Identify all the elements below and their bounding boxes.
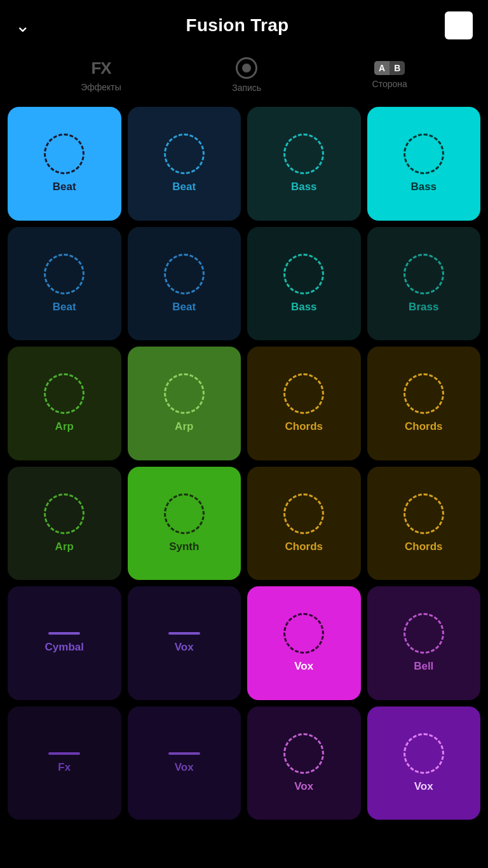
pad-label: Vox [414,780,433,793]
pad-label: Chords [405,420,443,433]
dashed-circle-icon [403,493,444,534]
pad-18[interactable]: Vox [128,586,241,700]
pad-13[interactable]: Arp [8,467,121,581]
toolbar-ab[interactable]: A B Сторона [372,61,407,89]
pad-3[interactable]: Bass [247,107,361,221]
fx-label: Эффекты [81,82,121,92]
pad-label: Vox [294,780,313,793]
pad-23[interactable]: Vox [247,706,361,820]
header: ⌄ Fusion Trap [0,0,488,46]
dashed-circle-icon [44,493,85,534]
dashed-circle-icon [164,134,205,174]
dashed-circle-icon [283,733,324,774]
ab-a: A [374,61,390,75]
pad-10[interactable]: Arp [128,347,241,460]
record-label: Запись [232,83,261,93]
pad-5[interactable]: Beat [8,227,121,341]
dash-line-icon [48,632,80,635]
dashed-circle-icon [283,613,324,654]
dashed-circle-icon [164,493,205,534]
dashed-circle-icon [283,254,324,294]
pad-label: Beat [53,181,76,193]
pad-label: Arp [55,541,74,553]
pad-label: Bass [410,181,437,193]
dashed-circle-icon [403,733,444,774]
dash-line-icon [48,752,80,755]
pad-label: Beat [53,301,76,313]
chevron-down-icon[interactable]: ⌄ [15,15,30,36]
toolbar-record[interactable]: Запись [232,57,261,93]
pad-20[interactable]: Bell [367,586,481,700]
pad-label: Bass [291,181,317,193]
pad-label: Beat [172,301,196,313]
pad-label: Arp [55,420,74,433]
ab-b: B [390,61,405,75]
dashed-circle-icon [403,613,444,654]
dashed-circle-icon [403,373,444,414]
pad-6[interactable]: Beat [128,227,241,341]
dashed-circle-icon [164,254,205,294]
pad-24[interactable]: Vox [367,706,481,820]
dashed-circle-icon [283,373,324,414]
dashed-circle-icon [164,373,205,414]
pad-16[interactable]: Chords [367,467,481,581]
dashed-circle-icon [403,254,444,294]
pad-label: Fx [58,761,71,774]
dashed-circle-icon [283,134,324,174]
pad-grid: BeatBeatBassBassBeatBeatBassBrassArpArpC… [0,107,488,832]
dashed-circle-icon [403,134,444,174]
pad-label: Vox [175,641,194,654]
dashed-circle-icon [283,493,324,534]
pad-label: Chords [405,541,443,553]
pad-15[interactable]: Chords [247,467,361,581]
pad-8[interactable]: Brass [367,227,481,341]
pad-label: Brass [409,301,438,313]
dashed-circle-icon [44,373,85,414]
ab-label: Сторона [372,79,407,89]
pad-21[interactable]: Fx [8,706,121,820]
pad-2[interactable]: Beat [128,107,241,221]
pad-label: Vox [294,660,313,673]
pad-4[interactable]: Bass [367,107,481,221]
pad-label: Bell [414,660,433,673]
ab-icon: A B [374,61,405,75]
pad-label: Synth [169,541,199,553]
dash-line-icon [168,632,200,635]
pad-label: Cymbal [45,641,84,654]
pad-label: Beat [172,181,196,193]
toolbar: FX Эффекты Запись A B Сторона [0,46,488,107]
fx-icon: FX [91,59,111,78]
pad-11[interactable]: Chords [247,347,361,460]
square-button[interactable] [445,11,473,39]
record-icon [236,57,257,79]
toolbar-fx[interactable]: FX Эффекты [81,59,121,92]
pad-7[interactable]: Bass [247,227,361,341]
pad-14[interactable]: Synth [128,467,241,581]
pad-9[interactable]: Arp [8,347,121,460]
dashed-circle-icon [44,134,85,174]
pad-label: Bass [291,301,317,313]
pad-22[interactable]: Vox [128,706,241,820]
pad-label: Arp [175,420,193,433]
page-title: Fusion Trap [186,15,289,36]
dashed-circle-icon [44,254,85,294]
dash-line-icon [168,752,200,755]
pad-19[interactable]: Vox [247,586,361,700]
pad-label: Vox [175,761,194,774]
pad-1[interactable]: Beat [8,107,121,221]
pad-label: Chords [285,420,323,433]
pad-17[interactable]: Cymbal [8,586,121,700]
pad-12[interactable]: Chords [367,347,481,460]
pad-label: Chords [285,541,323,553]
